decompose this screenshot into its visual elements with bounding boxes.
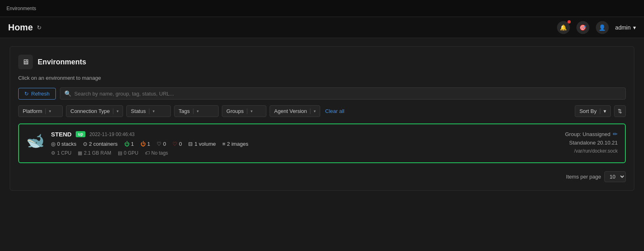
volume-stat: ⊟ 1 volume [188, 141, 216, 147]
status-filter[interactable]: Status ▾ [126, 105, 171, 117]
divider [600, 108, 600, 114]
platform-label: Platform [23, 108, 42, 114]
volume-value: 1 volume [194, 141, 216, 147]
activity-icon[interactable]: 🎯 [576, 21, 589, 34]
stacks-value: 0 stacks [57, 141, 77, 147]
filter-row: Platform ▾ Connection Type ▾ Status ▾ Ta… [18, 105, 626, 117]
chevron-down-icon: ▾ [251, 109, 253, 113]
ram-icon: ▦ [78, 150, 82, 156]
items-per-page-select[interactable]: 10 25 50 [604, 171, 626, 182]
stacks-stat: ◎ 0 stacks [51, 141, 77, 147]
chevron-down-icon: ▾ [117, 109, 119, 113]
ram-value: 2.1 GB RAM [84, 150, 111, 156]
connection-type-label: Connection Type [70, 108, 110, 114]
env-resources: ⚙ 1 CPU ▦ 2.1 GB RAM ▤ 0 GPU 🏷 [51, 150, 249, 156]
ram-resource: ▦ 2.1 GB RAM [78, 150, 111, 156]
topbar-title: Environments [6, 6, 36, 11]
env-card-header: 🖥 Environments [18, 55, 626, 69]
subtitle: Click on an environment to manage [18, 75, 626, 81]
topbar: Environments [0, 0, 644, 17]
volume-icon: ⊟ [188, 141, 193, 147]
user-icon[interactable]: 👤 [596, 21, 609, 34]
docker-icon: 🐋 [26, 132, 45, 149]
cpu-resource: ⚙ 1 CPU [51, 150, 71, 156]
env-row-right: Group: Unassigned ✏ Standalone 20.10.21 … [565, 131, 618, 154]
images-stat: ≡ 2 images [222, 141, 248, 147]
edit-icon[interactable]: ✏ [613, 131, 618, 137]
sort-by-button[interactable]: Sort By ▾ [575, 105, 611, 117]
refresh-button[interactable]: ↻ Refresh [18, 88, 56, 100]
notifications-icon[interactable]: 🔔 [557, 21, 570, 34]
cpu-icon: ⚙ [51, 150, 55, 156]
unhealthy-value: 0 [179, 141, 182, 147]
divider [247, 108, 247, 114]
environments-card-title: Environments [38, 58, 86, 66]
tags-value: No tags [151, 150, 168, 156]
tags-resource: 🏷 No tags [145, 150, 168, 156]
search-box: 🔍 [60, 87, 626, 100]
containers-value: 2 containers [89, 141, 118, 147]
environments-card: 🖥 Environments Click on an environment t… [10, 46, 634, 191]
gpu-value: 0 GPU [124, 150, 138, 156]
images-value: 2 images [227, 141, 249, 147]
stopped-icon: ⏻ [140, 141, 146, 147]
chevron-down-icon: ▾ [197, 109, 199, 113]
env-row-left: 🐋 STEND up 2022-11-19 00:46:43 ◎ 0 stack… [26, 131, 249, 156]
tags-label: Tags [179, 108, 189, 114]
chevron-down-icon: ▾ [153, 109, 155, 113]
healthy-stat: ♡ 0 [157, 141, 166, 147]
pagination-row: Items per page 10 25 50 [18, 171, 626, 182]
header: Home ↻ 🔔 🎯 👤 admin ▾ [0, 17, 644, 38]
running-value: 1 [131, 141, 134, 147]
running-stat: ⏻ 1 [124, 141, 134, 147]
stacks-icon: ◎ [51, 141, 55, 147]
containers-stat: ⊙ 2 containers [83, 141, 118, 147]
sort-by-chevron: ▾ [604, 108, 606, 114]
group-label: Group: Unassigned [565, 131, 610, 137]
platform-filter[interactable]: Platform ▾ [18, 105, 63, 117]
gpu-resource: ▤ 0 GPU [118, 150, 138, 156]
env-stats: ◎ 0 stacks ⊙ 2 containers ⏻ 1 ⏻ [51, 141, 249, 147]
refresh-label: Refresh [31, 91, 50, 97]
unhealthy-icon: ♡ [172, 141, 177, 147]
clear-all-button[interactable]: Clear all [323, 106, 346, 117]
env-socket: /var/run/docker.sock [574, 148, 618, 154]
chevron-down-icon: ▾ [49, 109, 51, 113]
healthy-value: 0 [163, 141, 166, 147]
status-label: Status [131, 108, 146, 114]
divider [193, 108, 193, 114]
header-left: Home ↻ [8, 22, 42, 33]
notification-badge [567, 20, 571, 23]
images-icon: ≡ [222, 141, 225, 147]
sort-order-button[interactable]: ⇅ [614, 105, 626, 117]
divider [113, 108, 113, 114]
groups-filter[interactable]: Groups ▾ [222, 105, 266, 117]
sort-by-label: Sort By [579, 108, 597, 114]
gpu-icon: ▤ [118, 150, 122, 156]
agent-version-filter[interactable]: Agent Version ▾ [270, 105, 320, 117]
env-timestamp: 2022-11-19 00:46:43 [89, 132, 134, 137]
refresh-icon: ↻ [24, 91, 29, 97]
running-icon: ⏻ [124, 141, 130, 147]
page-title: Home [8, 22, 33, 33]
env-standalone: Standalone 20.10.21 [569, 140, 618, 146]
header-refresh-icon[interactable]: ↻ [37, 24, 42, 31]
healthy-icon: ♡ [157, 141, 162, 147]
unhealthy-stat: ♡ 0 [172, 141, 182, 147]
environment-row[interactable]: 🐋 STEND up 2022-11-19 00:46:43 ◎ 0 stack… [18, 123, 626, 163]
stopped-stat: ⏻ 1 [140, 141, 150, 147]
groups-label: Groups [226, 108, 244, 114]
items-per-page-label: Items per page [566, 174, 601, 180]
search-icon: 🔍 [64, 90, 71, 97]
tags-filter[interactable]: Tags ▾ [174, 105, 219, 117]
env-group: Group: Unassigned ✏ [565, 131, 618, 137]
connection-type-filter[interactable]: Connection Type ▾ [66, 105, 123, 117]
search-input[interactable] [74, 91, 621, 97]
admin-menu[interactable]: admin ▾ [615, 24, 636, 31]
status-badge: up [76, 131, 85, 137]
divider [310, 108, 310, 114]
stopped-value: 1 [147, 141, 150, 147]
admin-chevron: ▾ [633, 24, 636, 31]
env-name-row: STEND up 2022-11-19 00:46:43 [51, 131, 249, 138]
env-details: STEND up 2022-11-19 00:46:43 ◎ 0 stacks … [51, 131, 249, 156]
